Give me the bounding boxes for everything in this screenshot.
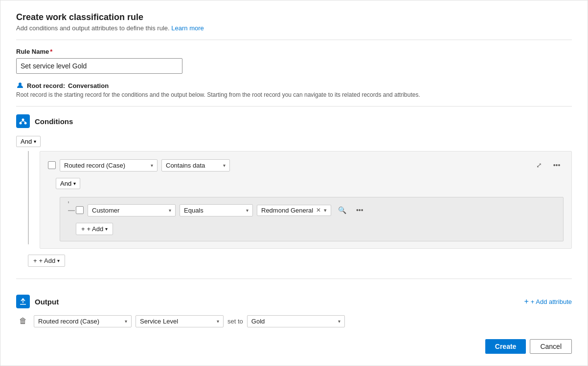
conditions-icon (19, 117, 27, 125)
output-divider (16, 279, 572, 279)
set-to-label: set to (227, 318, 243, 325)
and-outer-dropdown[interactable]: And ▾ (16, 136, 41, 147)
page-container: Create work classification rule Add cond… (0, 0, 588, 366)
contains-data-chevron: ▾ (223, 163, 226, 168)
conditions-divider (16, 106, 572, 107)
root-record-description: Root record is the starting record for t… (16, 91, 572, 98)
outer-condition-row: Routed record (Case) ▾ Contains data ▾ ⤢… (48, 158, 564, 172)
outer-tree: Routed record (Case) ▾ Contains data ▾ ⤢… (28, 151, 572, 267)
outer-ellipsis-icon: ••• (553, 161, 561, 169)
expand-icon-button[interactable]: ⤢ (532, 158, 546, 172)
svg-line-4 (21, 121, 23, 122)
page-title: Create work classification rule (16, 12, 572, 22)
equals-chevron: ▾ (246, 208, 249, 213)
inner-tree-row: Customer ▾ Equals ▾ Redmond General ✕ ▾ (68, 203, 555, 217)
search-icon-button[interactable]: 🔍 (335, 203, 349, 217)
conditions-section: Conditions And ▾ Routed record (Case) ▾ … (16, 114, 572, 267)
rule-name-section: Rule Name* (16, 48, 572, 74)
gold-chevron: ▾ (338, 319, 340, 324)
page-header: Create work classification rule Add cond… (16, 12, 572, 32)
inner-ellipsis-icon: ••• (356, 206, 363, 214)
outer-add-button[interactable]: + + Add ▾ (28, 255, 65, 267)
root-record-section: Root record: Conversation Root record is… (16, 82, 572, 98)
svg-line-5 (23, 121, 25, 122)
redmond-general-tag: Redmond General ✕ ▾ (257, 205, 331, 216)
contains-data-dropdown[interactable]: Contains data ▾ (161, 159, 230, 172)
inner-tree-line-h (68, 210, 75, 211)
and-inner-dropdown[interactable]: And ▾ (56, 178, 80, 189)
customer-dropdown[interactable]: Customer ▾ (88, 204, 176, 216)
conditions-icon-box (16, 114, 30, 128)
and-inner-chevron: ▾ (73, 181, 76, 186)
header-divider (16, 40, 572, 40)
trash-icon-button[interactable]: 🗑 (16, 314, 30, 328)
person-icon (16, 82, 24, 89)
gold-dropdown[interactable]: Gold ▾ (247, 315, 345, 327)
search-icon: 🔍 (338, 206, 346, 214)
add-attribute-plus-icon: + (524, 297, 528, 306)
output-section: Output + + Add attribute 🗑 Routed record… (16, 295, 572, 328)
cancel-button[interactable]: Cancel (530, 339, 572, 354)
output-icon (19, 298, 27, 305)
root-record-value: Conversation (68, 82, 109, 89)
rule-name-input[interactable] (16, 58, 182, 74)
inner-condition-row: Customer ▾ Equals ▾ Redmond General ✕ ▾ (76, 203, 555, 217)
service-level-chevron: ▾ (217, 319, 219, 324)
root-record-key: Root record: (27, 82, 65, 89)
trash-icon: 🗑 (19, 317, 27, 325)
output-icon-box (16, 295, 30, 308)
inner-condition-block: Customer ▾ Equals ▾ Redmond General ✕ ▾ (60, 197, 564, 241)
inner-add-chevron: ▾ (105, 226, 108, 232)
tag-close-icon[interactable]: ✕ (316, 207, 321, 214)
svg-point-2 (20, 122, 22, 125)
outer-add-chevron: ▾ (57, 258, 60, 263)
svg-point-3 (24, 122, 27, 125)
inner-tree-line-v (68, 201, 69, 203)
inner-add-icon: + (81, 225, 85, 233)
outer-ellipsis-button[interactable]: ••• (550, 158, 564, 172)
svg-point-1 (22, 119, 24, 121)
page-subtitle: Add conditions and output attributes to … (16, 24, 572, 32)
required-indicator: * (50, 48, 52, 55)
footer-buttons: Create Cancel (485, 339, 572, 354)
customer-chevron: ▾ (169, 208, 171, 213)
subtitle-text: Add conditions and output attributes to … (16, 24, 170, 32)
outer-condition-checkbox[interactable] (48, 161, 56, 169)
equals-dropdown[interactable]: Equals ▾ (180, 204, 253, 216)
output-section-header: Output (16, 295, 59, 308)
outer-tree-line (28, 151, 29, 244)
expand-icon: ⤢ (536, 161, 542, 169)
svg-rect-6 (20, 304, 26, 305)
inner-add-button[interactable]: + + Add ▾ (76, 223, 113, 235)
inner-condition-checkbox[interactable] (76, 206, 84, 214)
learn-more-link[interactable]: Learn more (171, 24, 204, 32)
output-row: 🗑 Routed record (Case) ▾ Service Level ▾… (16, 314, 572, 328)
output-field-dropdown[interactable]: Routed record (Case) ▾ (34, 315, 132, 327)
root-record-label: Root record: Conversation (16, 82, 572, 89)
tag-chevron[interactable]: ▾ (324, 207, 327, 214)
inner-ellipsis-button[interactable]: ••• (353, 203, 366, 217)
conditions-title: Conditions (35, 117, 73, 126)
output-field-chevron: ▾ (125, 319, 127, 324)
rule-name-label: Rule Name* (16, 48, 572, 55)
outer-condition-block: Routed record (Case) ▾ Contains data ▾ ⤢… (40, 151, 572, 249)
output-header: Output + + Add attribute (16, 295, 572, 308)
conditions-header: Conditions (16, 114, 572, 128)
output-title: Output (35, 298, 59, 306)
routed-record-dropdown[interactable]: Routed record (Case) ▾ (60, 159, 158, 172)
and-outer-chevron: ▾ (34, 139, 36, 144)
outer-add-icon: + (33, 257, 37, 264)
create-button[interactable]: Create (485, 339, 526, 354)
service-level-dropdown[interactable]: Service Level ▾ (136, 315, 224, 327)
routed-record-chevron: ▾ (151, 163, 153, 168)
add-attribute-button[interactable]: + + Add attribute (524, 297, 572, 306)
